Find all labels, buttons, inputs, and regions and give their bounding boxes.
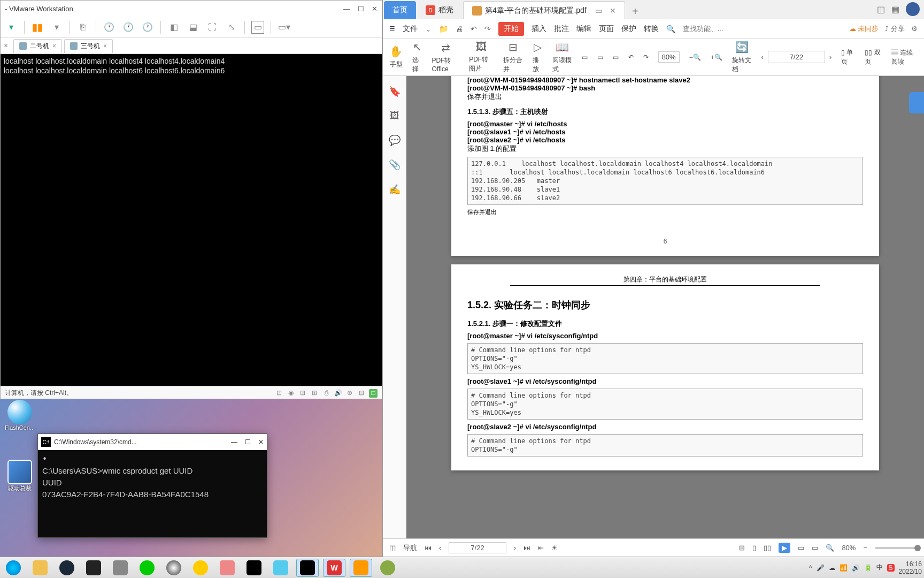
comment-icon[interactable]: 💬 [389, 134, 401, 146]
tray-sogou-icon[interactable]: S [887, 564, 895, 572]
wps-tab-daoke[interactable]: D 稻壳 [417, 1, 462, 19]
tool-icon[interactable]: ▭ [812, 544, 818, 552]
next-page-icon[interactable]: › [514, 544, 516, 552]
thumbnail-icon[interactable]: 🖼 [390, 110, 399, 121]
pause-dropdown-icon[interactable]: ▾ [50, 21, 63, 34]
start-menu[interactable]: 开始 [498, 22, 524, 36]
tray-wifi-icon[interactable]: 📶 [840, 564, 848, 572]
device-icon[interactable]: ⊟ [357, 389, 366, 398]
taskbar-tiktok[interactable] [243, 559, 265, 577]
brightness-icon[interactable]: ☀ [551, 544, 558, 552]
signature-icon[interactable]: ✍ [389, 184, 401, 195]
taskbar-qq[interactable] [163, 559, 185, 577]
back-icon[interactable]: ⇤ [538, 544, 544, 552]
zoom-select[interactable]: 80% [658, 51, 680, 63]
annotate-icon[interactable]: ▭ [582, 54, 588, 61]
attachment-icon[interactable]: 📎 [389, 159, 401, 171]
taskbar-app2[interactable] [189, 559, 212, 577]
hand-tool[interactable]: ✋手型 [389, 45, 403, 69]
settings-icon[interactable]: ⚙ [911, 25, 918, 33]
cmd-body[interactable]: • C:\Users\ASUS>wmic csproduct get UUID … [38, 450, 267, 536]
view-fit-icon[interactable]: ⛶ [206, 21, 219, 34]
single-page-button[interactable]: ▯ 单页 [841, 48, 855, 66]
fit-width-icon[interactable]: ⊟ [739, 544, 745, 552]
print-icon[interactable]: 🖨 [456, 25, 463, 33]
rotate-right-icon[interactable]: ↷ [643, 54, 649, 61]
chevron-down-icon[interactable]: ⌄ [425, 25, 432, 33]
view-exit-icon[interactable]: ⤡ [225, 21, 238, 34]
close-button[interactable]: ✕ [372, 5, 378, 13]
taskbar-explorer[interactable] [29, 559, 51, 577]
play-button[interactable]: ▷播放 [533, 41, 542, 74]
taskbar-steam[interactable] [56, 559, 78, 577]
device-icon[interactable]: ⊟ [298, 389, 307, 398]
device-icon[interactable]: 🔊 [334, 389, 342, 398]
device-icon[interactable]: ⊡ [275, 389, 283, 398]
tab-menu-icon[interactable]: ▭ [595, 6, 602, 15]
continuous-button[interactable]: ▤ 连续阅读 [891, 48, 918, 66]
tray-volume-icon[interactable]: 🔊 [852, 564, 860, 572]
view-split-icon[interactable]: ⬓ [187, 21, 199, 34]
close-button[interactable]: ✕ [258, 438, 264, 446]
search-icon[interactable]: 🔍 [666, 25, 675, 33]
minimize-button[interactable]: — [343, 5, 350, 13]
vm-terminal[interactable]: localhost localhost.localdomain localhos… [1, 54, 382, 386]
vm-tab-2[interactable]: 二号机 × [13, 39, 62, 53]
wps-tab-pdf[interactable]: 第4章-平台的基础环境配置.pdf ▭ ✕ [463, 1, 625, 19]
vm-tab-3[interactable]: 三号机 × [64, 39, 113, 53]
tool-icon[interactable]: ▭ [798, 544, 804, 552]
split-merge[interactable]: ⊟拆分合并 [503, 41, 523, 74]
device-icon[interactable]: ◉ [287, 389, 295, 398]
tab-close-left[interactable]: × [4, 41, 11, 51]
file-menu[interactable]: 文件 [403, 24, 418, 34]
rotate-left-icon[interactable]: ↶ [628, 54, 634, 61]
minimize-button[interactable]: — [231, 438, 237, 446]
first-page-icon[interactable]: ⏮ [425, 544, 432, 552]
pause-button[interactable]: ▮▮ [31, 21, 44, 34]
pdf-to-image[interactable]: 🖼PDF转图片 [469, 41, 494, 73]
protect-menu[interactable]: 保护 [621, 24, 636, 34]
share-button[interactable]: ⤴ 分享 [885, 24, 905, 34]
tray-battery-icon[interactable]: 🔋 [864, 564, 872, 572]
close-icon[interactable]: × [103, 42, 107, 50]
zoom-slider[interactable] [875, 547, 918, 549]
taskbar-pin[interactable]: □ [369, 389, 378, 398]
fullscreen-icon[interactable]: ▭ [251, 21, 264, 34]
redo-icon[interactable]: ↷ [484, 25, 491, 33]
annotate-icon3[interactable]: ▭ [613, 54, 619, 61]
annotate-menu[interactable]: 批注 [554, 24, 569, 34]
prev-page-icon[interactable]: ‹ [439, 544, 441, 552]
pdf-viewport[interactable]: [root@VM-M-01594949480907 ~]# hostnamect… [406, 76, 924, 538]
nav-icon[interactable]: ◫ [389, 544, 396, 552]
convert-menu[interactable]: 转换 [644, 24, 659, 34]
taskbar-cmd[interactable] [296, 559, 319, 577]
wps-tab-home[interactable]: 首页 [384, 1, 416, 19]
device-icon[interactable]: ⊞ [310, 389, 319, 398]
double-page-button[interactable]: ▯▯ 双页 [865, 48, 882, 66]
tray-clock[interactable]: 16:16 2022/10 [899, 560, 922, 575]
presentation-icon[interactable]: ▶ [779, 543, 790, 553]
send-input-icon[interactable]: ⎘ [76, 21, 89, 34]
close-icon[interactable]: ✕ [610, 6, 616, 15]
new-tab-button[interactable]: + [626, 3, 644, 19]
taskbar-app3[interactable] [216, 559, 238, 577]
prev-page-icon[interactable]: ‹ [761, 54, 764, 61]
nav-label[interactable]: 导航 [403, 543, 417, 553]
tray-onedrive-icon[interactable]: ☁ [829, 564, 835, 572]
taskbar-wps[interactable]: W [323, 559, 345, 577]
bookmark-icon[interactable]: 🔖 [389, 86, 401, 97]
zoom-out-button[interactable]: − [863, 544, 867, 552]
taskbar-app5[interactable] [376, 559, 399, 577]
next-page-icon[interactable]: › [829, 54, 831, 61]
tray-ime-icon[interactable]: 中 [876, 563, 883, 572]
pdf-to-office[interactable]: ⇄PDF转Office [432, 41, 459, 73]
double-view-icon[interactable]: ▯▯ [764, 544, 771, 552]
unity-icon[interactable]: ▭▾ [278, 21, 290, 34]
zoom-out-icon[interactable]: −🔍 [689, 54, 701, 61]
edit-menu[interactable]: 编辑 [576, 24, 591, 34]
taskbar-edge[interactable] [2, 559, 25, 577]
tray-mic-icon[interactable]: 🎤 [817, 564, 825, 572]
desktop-icon-driver[interactable]: 驱动总裁 [4, 460, 35, 492]
desktop-icon-flash[interactable]: FlashCen... [4, 400, 35, 431]
maximize-button[interactable]: ☐ [245, 438, 251, 446]
